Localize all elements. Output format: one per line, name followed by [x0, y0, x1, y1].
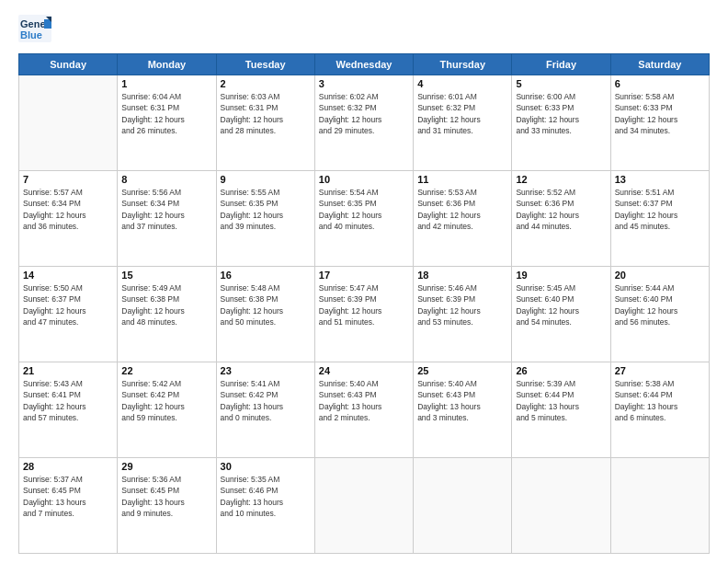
cell-info: Sunrise: 6:04 AMSunset: 6:31 PMDaylight:… — [121, 91, 211, 136]
cell-day-number: 8 — [121, 174, 211, 185]
cell-day-number: 29 — [121, 461, 211, 472]
cell-day-number: 28 — [23, 461, 113, 472]
cell-day-number: 20 — [615, 270, 705, 281]
cell-info: Sunrise: 5:56 AMSunset: 6:34 PMDaylight:… — [121, 187, 211, 232]
calendar-cell: 19Sunrise: 5:45 AMSunset: 6:40 PMDayligh… — [512, 267, 610, 362]
cell-day-number: 15 — [121, 270, 211, 281]
cell-info: Sunrise: 5:36 AMSunset: 6:45 PMDaylight:… — [121, 474, 211, 519]
calendar-body: 1Sunrise: 6:04 AMSunset: 6:31 PMDaylight… — [19, 75, 710, 554]
calendar-cell: 24Sunrise: 5:40 AMSunset: 6:43 PMDayligh… — [314, 362, 413, 458]
cell-day-number: 18 — [417, 270, 507, 281]
cell-info: Sunrise: 5:52 AMSunset: 6:36 PMDaylight:… — [516, 187, 606, 232]
calendar-cell: 26Sunrise: 5:39 AMSunset: 6:44 PMDayligh… — [512, 362, 610, 458]
week-row-2: 14Sunrise: 5:50 AMSunset: 6:37 PMDayligh… — [19, 267, 710, 362]
cell-info: Sunrise: 5:43 AMSunset: 6:41 PMDaylight:… — [23, 378, 113, 423]
cell-info: Sunrise: 5:54 AMSunset: 6:35 PMDaylight:… — [319, 187, 409, 232]
cell-info: Sunrise: 5:41 AMSunset: 6:42 PMDaylight:… — [221, 378, 311, 423]
cell-day-number: 26 — [516, 365, 606, 376]
cell-day-number: 25 — [417, 365, 507, 376]
calendar-cell — [512, 458, 610, 554]
calendar-cell: 3Sunrise: 6:02 AMSunset: 6:32 PMDaylight… — [314, 75, 413, 171]
cell-info: Sunrise: 5:40 AMSunset: 6:43 PMDaylight:… — [417, 378, 507, 423]
cell-info: Sunrise: 5:50 AMSunset: 6:37 PMDaylight:… — [23, 282, 113, 327]
weekday-friday: Friday — [512, 54, 610, 75]
calendar-cell: 6Sunrise: 5:58 AMSunset: 6:33 PMDaylight… — [610, 75, 709, 171]
calendar-cell: 1Sunrise: 6:04 AMSunset: 6:31 PMDaylight… — [118, 75, 216, 171]
calendar-cell: 23Sunrise: 5:41 AMSunset: 6:42 PMDayligh… — [216, 362, 314, 458]
cell-day-number: 19 — [516, 270, 606, 281]
weekday-wednesday: Wednesday — [314, 54, 413, 75]
calendar-cell: 10Sunrise: 5:54 AMSunset: 6:35 PMDayligh… — [314, 171, 413, 267]
calendar-cell — [314, 458, 413, 554]
cell-day-number: 23 — [221, 365, 311, 376]
cell-info: Sunrise: 6:03 AMSunset: 6:31 PMDaylight:… — [221, 91, 311, 136]
weekday-header: SundayMondayTuesdayWednesdayThursdayFrid… — [19, 54, 710, 75]
week-row-1: 7Sunrise: 5:57 AMSunset: 6:34 PMDaylight… — [19, 171, 710, 267]
cell-info: Sunrise: 5:51 AMSunset: 6:37 PMDaylight:… — [615, 187, 705, 232]
calendar-cell: 18Sunrise: 5:46 AMSunset: 6:39 PMDayligh… — [414, 267, 512, 362]
cell-info: Sunrise: 5:48 AMSunset: 6:38 PMDaylight:… — [221, 282, 311, 327]
calendar-cell: 11Sunrise: 5:53 AMSunset: 6:36 PMDayligh… — [414, 171, 512, 267]
cell-day-number: 16 — [221, 270, 311, 281]
cell-day-number: 11 — [417, 174, 507, 185]
weekday-tuesday: Tuesday — [216, 54, 314, 75]
cell-info: Sunrise: 6:01 AMSunset: 6:32 PMDaylight:… — [417, 91, 507, 136]
cell-day-number: 17 — [319, 270, 409, 281]
cell-day-number: 12 — [516, 174, 606, 185]
cell-info: Sunrise: 5:44 AMSunset: 6:40 PMDaylight:… — [615, 282, 705, 327]
cell-day-number: 27 — [615, 365, 705, 376]
calendar-cell: 13Sunrise: 5:51 AMSunset: 6:37 PMDayligh… — [610, 171, 709, 267]
cell-day-number: 7 — [23, 174, 113, 185]
cell-info: Sunrise: 5:58 AMSunset: 6:33 PMDaylight:… — [615, 91, 705, 136]
cell-info: Sunrise: 5:35 AMSunset: 6:46 PMDaylight:… — [221, 474, 311, 519]
calendar-cell: 2Sunrise: 6:03 AMSunset: 6:31 PMDaylight… — [216, 75, 314, 171]
calendar-cell: 12Sunrise: 5:52 AMSunset: 6:36 PMDayligh… — [512, 171, 610, 267]
cell-info: Sunrise: 5:38 AMSunset: 6:44 PMDaylight:… — [615, 378, 705, 423]
calendar-cell: 22Sunrise: 5:42 AMSunset: 6:42 PMDayligh… — [118, 362, 216, 458]
calendar-cell: 21Sunrise: 5:43 AMSunset: 6:41 PMDayligh… — [19, 362, 118, 458]
calendar-cell: 4Sunrise: 6:01 AMSunset: 6:32 PMDaylight… — [414, 75, 512, 171]
calendar-cell: 5Sunrise: 6:00 AMSunset: 6:33 PMDaylight… — [512, 75, 610, 171]
calendar-cell — [610, 458, 709, 554]
cell-info: Sunrise: 6:02 AMSunset: 6:32 PMDaylight:… — [319, 91, 409, 136]
calendar-cell: 14Sunrise: 5:50 AMSunset: 6:37 PMDayligh… — [19, 267, 118, 362]
cell-day-number: 22 — [121, 365, 211, 376]
weekday-sunday: Sunday — [19, 54, 118, 75]
calendar-cell: 17Sunrise: 5:47 AMSunset: 6:39 PMDayligh… — [314, 267, 413, 362]
cell-info: Sunrise: 5:49 AMSunset: 6:38 PMDaylight:… — [121, 282, 211, 327]
logo-icon: General Blue — [18, 15, 51, 42]
calendar-cell: 16Sunrise: 5:48 AMSunset: 6:38 PMDayligh… — [216, 267, 314, 362]
cell-day-number: 1 — [121, 78, 211, 89]
calendar-cell: 9Sunrise: 5:55 AMSunset: 6:35 PMDaylight… — [216, 171, 314, 267]
calendar-cell: 7Sunrise: 5:57 AMSunset: 6:34 PMDaylight… — [19, 171, 118, 267]
header: General Blue — [18, 15, 710, 46]
logo: General Blue — [18, 15, 53, 46]
cell-info: Sunrise: 5:45 AMSunset: 6:40 PMDaylight:… — [516, 282, 606, 327]
cell-info: Sunrise: 5:57 AMSunset: 6:34 PMDaylight:… — [23, 187, 113, 232]
week-row-4: 28Sunrise: 5:37 AMSunset: 6:45 PMDayligh… — [19, 458, 710, 554]
calendar-cell: 25Sunrise: 5:40 AMSunset: 6:43 PMDayligh… — [414, 362, 512, 458]
cell-info: Sunrise: 5:55 AMSunset: 6:35 PMDaylight:… — [221, 187, 311, 232]
cell-info: Sunrise: 5:39 AMSunset: 6:44 PMDaylight:… — [516, 378, 606, 423]
cell-day-number: 13 — [615, 174, 705, 185]
cell-day-number: 24 — [319, 365, 409, 376]
week-row-3: 21Sunrise: 5:43 AMSunset: 6:41 PMDayligh… — [19, 362, 710, 458]
calendar-table: SundayMondayTuesdayWednesdayThursdayFrid… — [18, 53, 710, 554]
cell-day-number: 9 — [221, 174, 311, 185]
cell-day-number: 6 — [615, 78, 705, 89]
cell-info: Sunrise: 5:37 AMSunset: 6:45 PMDaylight:… — [23, 474, 113, 519]
cell-day-number: 10 — [319, 174, 409, 185]
cell-info: Sunrise: 6:00 AMSunset: 6:33 PMDaylight:… — [516, 91, 606, 136]
calendar-cell: 29Sunrise: 5:36 AMSunset: 6:45 PMDayligh… — [118, 458, 216, 554]
svg-text:Blue: Blue — [20, 29, 42, 40]
calendar-cell: 28Sunrise: 5:37 AMSunset: 6:45 PMDayligh… — [19, 458, 118, 554]
cell-day-number: 3 — [319, 78, 409, 89]
weekday-monday: Monday — [118, 54, 216, 75]
cell-info: Sunrise: 5:46 AMSunset: 6:39 PMDaylight:… — [417, 282, 507, 327]
calendar-cell: 8Sunrise: 5:56 AMSunset: 6:34 PMDaylight… — [118, 171, 216, 267]
cell-day-number: 21 — [23, 365, 113, 376]
cell-info: Sunrise: 5:47 AMSunset: 6:39 PMDaylight:… — [319, 282, 409, 327]
cell-day-number: 4 — [417, 78, 507, 89]
cell-day-number: 5 — [516, 78, 606, 89]
cell-info: Sunrise: 5:42 AMSunset: 6:42 PMDaylight:… — [121, 378, 211, 423]
